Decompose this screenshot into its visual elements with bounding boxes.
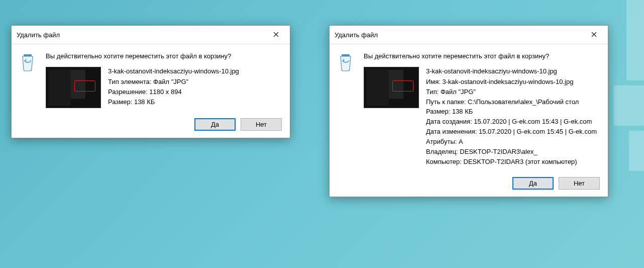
svg-rect-1 [342,54,350,56]
delete-file-dialog-simple: Удалить файл Вы действительно хотите пер… [11,25,290,138]
dialog-buttons: Да Нет [330,172,608,197]
file-name: 3-kak-ostanovit-indeksacziyu-windows-10.… [108,67,239,76]
meta-line: Имя: 3-kak-ostanovit-indeksacziyu-window… [426,77,597,87]
close-icon [591,31,597,39]
meta-line: Дата создания: 15.07.2020 | G-ek.com 15:… [426,117,597,127]
yes-button[interactable]: Да [194,118,236,131]
confirm-question: Вы действительно хотите переместить этот… [364,52,599,60]
dialog-title: Удалить файл [335,31,378,39]
desktop-decor [629,131,644,171]
titlebar[interactable]: Удалить файл [12,26,290,44]
dialog-title: Удалить файл [17,31,60,39]
meta-line: Компьютер: DESKTOP-T2IDAR3 (этот компьют… [426,157,597,167]
file-thumbnail [46,67,101,108]
meta-line: Дата изменения: 15.07.2020 | G-ek.com 15… [426,127,597,137]
meta-line: Тип: Файл "JPG" [426,87,597,97]
meta-line: Тип элемента: Файл "JPG" [108,77,239,87]
meta-line: Путь к папке: C:\Пользователи\alex_\Рабо… [426,98,597,107]
file-metadata: 3-kak-ostanovit-indeksacziyu-windows-10.… [426,67,597,167]
delete-file-dialog-detailed: Удалить файл Вы действительно хотите пер… [329,25,608,197]
desktop-decor [626,0,644,80]
dialog-buttons: Да Нет [12,113,290,138]
dialog-content: Вы действительно хотите переместить этот… [12,44,290,113]
desktop-decor [614,85,644,126]
file-metadata: 3-kak-ostanovit-indeksacziyu-windows-10.… [108,67,239,108]
yes-button[interactable]: Да [512,177,554,190]
no-button[interactable]: Нет [241,118,282,131]
dialog-content: Вы действительно хотите переместить этот… [330,44,608,172]
meta-line: Атрибуты: A [426,137,597,147]
no-button[interactable]: Нет [559,177,600,190]
file-name: 3-kak-ostanovit-indeksacziyu-windows-10.… [426,67,597,76]
recycle-bin-icon [337,52,355,72]
confirm-question: Вы действительно хотите переместить этот… [46,52,281,60]
meta-line: Разрешение: 1180 x 894 [108,87,239,97]
close-icon [273,31,279,39]
file-thumbnail [364,67,419,108]
titlebar[interactable]: Удалить файл [330,26,608,44]
meta-line: Размер: 138 КБ [426,107,597,117]
svg-rect-0 [24,54,32,56]
meta-line: Размер: 138 КБ [108,98,239,107]
close-button[interactable] [584,29,604,41]
recycle-bin-icon [19,52,37,72]
close-button[interactable] [266,29,286,41]
meta-line: Владелец: DESKTOP-T2IDAR3\alex_ [426,147,597,157]
